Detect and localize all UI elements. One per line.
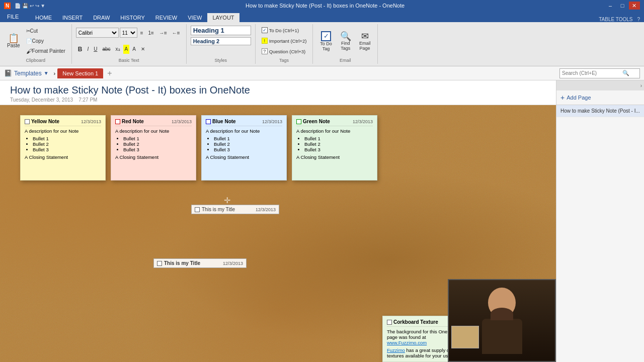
fuzzimo-link2[interactable]: Fuzzimo: [387, 347, 405, 353]
page-entry[interactable]: How to make Sticky Note (Post - I...: [556, 105, 644, 117]
highlight-button[interactable]: A: [123, 45, 130, 54]
important-tag-button[interactable]: ! Important (Ctrl+2): [260, 36, 309, 46]
font-family-select[interactable]: Calibri: [76, 28, 119, 38]
red-sticky-note[interactable]: Red Note 12/3/2013 A description for our…: [111, 115, 196, 180]
title-box-2[interactable]: This is my Title 12/3/2013: [153, 258, 247, 268]
person-figure: [482, 288, 522, 354]
font-size-select[interactable]: 11: [120, 28, 137, 38]
yellow-note-checkbox[interactable]: [25, 119, 30, 124]
tab-review[interactable]: REVIEW: [150, 13, 182, 22]
red-note-closing: A Closing Statement: [115, 154, 192, 160]
green-note-date: 12/3/2013: [353, 119, 373, 124]
tab-history[interactable]: HISTORY: [115, 13, 150, 22]
collapse-icon[interactable]: ›: [640, 83, 642, 88]
heading1-style[interactable]: Heading 1: [191, 26, 251, 35]
title-box-1-checkbox[interactable]: [195, 207, 200, 212]
format-painter-button[interactable]: 🖌 Format Painter: [24, 47, 67, 56]
fuzzimo-link[interactable]: www.Fuzzimo.com: [387, 340, 427, 345]
tab-view[interactable]: VIEW: [183, 13, 207, 22]
outdent-button[interactable]: ←≡: [170, 28, 182, 37]
page-date: Tuesday, December 3, 2013 7:27 PM: [10, 97, 546, 103]
yellow-note-bullets: Bullet 1 Bullet 2 Bullet 3: [33, 136, 101, 152]
breadcrumb-separator: ›: [54, 70, 56, 76]
title-box-container: ··· This is my Title 12/3/2013: [153, 253, 247, 268]
cut-button[interactable]: ✂ Cut: [24, 27, 67, 36]
page-area: How to make Sticky Note (Post - It) boxe…: [0, 80, 556, 362]
font-color-button[interactable]: A: [130, 45, 138, 54]
strikethrough-button[interactable]: abc: [100, 45, 112, 54]
red-note-title: Red Note: [122, 119, 144, 124]
webcam-thumbnail: [451, 326, 479, 348]
add-icon: +: [560, 94, 565, 102]
search-box: 🔍: [559, 68, 640, 78]
email-icon: ✉: [361, 32, 369, 41]
question-tag-button[interactable]: ? Question (Ctrl+3): [260, 46, 308, 56]
cork-board[interactable]: Yellow Note 12/3/2013 A description for …: [0, 105, 556, 362]
bold-button[interactable]: B: [76, 45, 85, 54]
help-icon[interactable]: ?: [637, 17, 644, 22]
section-tab[interactable]: New Section 1: [57, 68, 103, 78]
main-area: How to make Sticky Note (Post - It) boxe…: [0, 80, 644, 362]
underline-button[interactable]: U: [92, 45, 99, 54]
notebook-name[interactable]: Templates: [14, 70, 42, 77]
resize-handle-top[interactable]: ···: [153, 253, 247, 258]
paste-icon: 📋: [8, 34, 19, 43]
file-tab[interactable]: FILE: [0, 11, 26, 22]
italic-button[interactable]: I: [85, 45, 91, 54]
green-sticky-note[interactable]: Green Note 12/3/2013 A description for o…: [292, 115, 377, 180]
person-body: [482, 319, 522, 354]
red-note-date: 12/3/2013: [172, 119, 192, 124]
yellow-note-desc: A description for our Note: [25, 128, 101, 134]
cork-note-checkbox[interactable]: [387, 320, 392, 325]
yellow-note-title: Yellow Note: [31, 119, 59, 124]
blue-note-checkbox[interactable]: [206, 119, 211, 124]
blue-note-desc: A description for our Note: [206, 128, 282, 134]
title-box-2-date: 12/3/2013: [223, 261, 243, 266]
search-input[interactable]: [562, 70, 622, 76]
blue-note-date: 12/3/2013: [262, 119, 282, 124]
copy-button[interactable]: 📄 Copy: [24, 37, 67, 46]
green-note-desc: A description for our Note: [296, 128, 373, 134]
maximize-button[interactable]: □: [617, 2, 628, 10]
add-page-button[interactable]: + Add Page: [556, 90, 644, 105]
blue-sticky-note[interactable]: Blue Note 12/3/2013 A description for ou…: [201, 115, 287, 180]
red-note-checkbox[interactable]: [115, 119, 120, 124]
move-cursor: ✛: [224, 196, 230, 205]
heading2-style[interactable]: Heading 2: [191, 37, 251, 45]
page-title: How to make Sticky Note (Post - It) boxe…: [10, 84, 546, 96]
paste-button[interactable]: 📋 Paste: [4, 29, 23, 54]
todo-tag-button[interactable]: ✓ To Do (Ctrl+1): [260, 25, 301, 35]
title-box-1[interactable]: This is my Title 12/3/2013: [191, 205, 279, 214]
search-icon[interactable]: 🔍: [622, 70, 629, 76]
tab-home[interactable]: HOME: [30, 13, 57, 22]
actions-group: ✓ To DoTag 🔍 FindTags ✉ EmailPage Email: [313, 24, 378, 64]
subscript-button[interactable]: x₂: [114, 45, 122, 54]
dropdown-arrow-icon[interactable]: ▼: [44, 70, 49, 76]
tab-draw[interactable]: DRAW: [88, 13, 115, 22]
yellow-note-closing: A Closing Statement: [25, 154, 101, 160]
tab-insert[interactable]: INSERT: [57, 13, 88, 22]
blue-note-bullets: Bullet 1 Bullet 2 Bullet 3: [214, 136, 282, 152]
title-box-2-checkbox[interactable]: [157, 261, 162, 266]
person-beard: [491, 308, 513, 320]
indent-button[interactable]: →≡: [157, 28, 169, 37]
yellow-sticky-note[interactable]: Yellow Note 12/3/2013 A description for …: [20, 115, 106, 180]
title-bar: N 📄 💾 ↩ ↪ ▼ How to make Sticky Note (Pos…: [0, 0, 644, 11]
numbering-button[interactable]: 1≡: [146, 28, 156, 37]
add-section-button[interactable]: +: [105, 69, 114, 78]
minimize-button[interactable]: –: [605, 2, 616, 10]
close-button[interactable]: ✕: [629, 2, 640, 10]
title-box-2-label: This is my Title: [164, 260, 200, 266]
email-page-button[interactable]: ✉ EmailPage: [356, 29, 374, 54]
green-note-title: Green Note: [303, 119, 330, 124]
styles-group: Heading 1 Heading 2 Styles: [187, 24, 256, 64]
clear-format-button[interactable]: ✕: [139, 45, 147, 54]
green-note-checkbox[interactable]: [296, 119, 301, 124]
todo-tag-big-button[interactable]: ✓ To DoTag: [317, 29, 335, 54]
bullets-button[interactable]: ≡: [138, 28, 145, 37]
green-note-closing: A Closing Statement: [296, 154, 373, 160]
tab-layout[interactable]: LAYOUT: [207, 13, 239, 22]
find-tags-button[interactable]: 🔍 FindTags: [337, 29, 354, 54]
tags-group: ✓ To Do (Ctrl+1) ! Important (Ctrl+2) ? …: [256, 24, 313, 64]
yellow-note-date: 12/3/2013: [81, 119, 101, 124]
